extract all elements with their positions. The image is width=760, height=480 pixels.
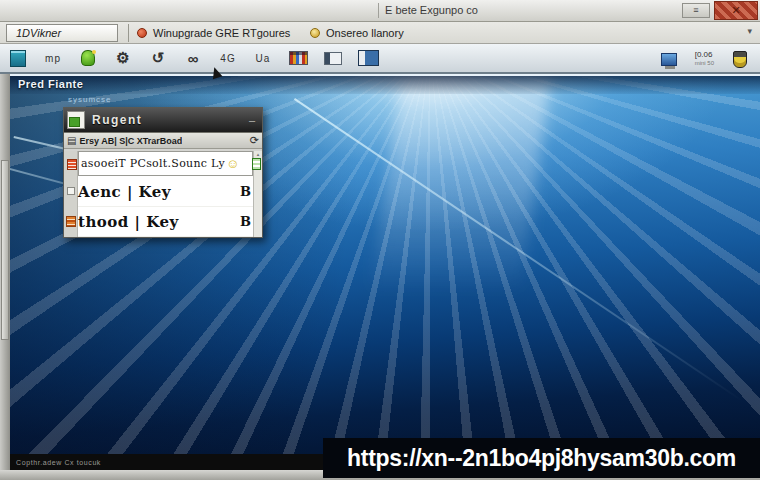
- popup-titlebar[interactable]: Rugent –: [64, 108, 262, 132]
- url-text: https://xn--2n1bo4pj8hysam30b.com: [347, 445, 736, 472]
- minimize-icon[interactable]: –: [249, 114, 255, 126]
- fourg-label: 4G: [220, 53, 235, 64]
- monitor-icon: [10, 50, 26, 67]
- power-button[interactable]: [8, 47, 28, 69]
- view-button[interactable]: ∞: [183, 47, 203, 69]
- list-item-value: B: [240, 214, 253, 229]
- toolbar-right-group: [0.06 mini 50: [659, 44, 750, 74]
- user-button[interactable]: [78, 47, 98, 69]
- desktop-title: Pred Fiante: [18, 78, 83, 90]
- list-item-label: Aenc | Key: [78, 183, 171, 201]
- mp-button[interactable]: mp: [43, 47, 63, 69]
- window-menu-button[interactable]: ≡: [682, 3, 710, 18]
- counter-sublabel: mini 50: [695, 59, 714, 67]
- wallpaper-beam: [359, 76, 551, 376]
- window-title: E bete Exgunpo co: [385, 4, 478, 16]
- shield-icon: [733, 51, 747, 68]
- counter-label: [0.06: [695, 51, 714, 59]
- ua-button[interactable]: Ua: [253, 47, 273, 69]
- vm-status-icon: [137, 28, 147, 38]
- window-titlebar: E bete Exgunpo co ≡ ✕: [0, 0, 760, 22]
- toolbar: mp ⚙ ↺ ∞ 4G Ua [0.06 mini 50: [0, 44, 760, 74]
- left-scrollbar[interactable]: [0, 74, 10, 480]
- checkbox-icon[interactable]: [67, 187, 75, 195]
- display-button[interactable]: [323, 47, 343, 69]
- loop-icon: ↺: [152, 49, 165, 67]
- gear-icon: ⚙: [116, 49, 129, 67]
- popup-title: Rugent: [92, 113, 142, 127]
- network-button[interactable]: 4G: [218, 47, 238, 69]
- counter-readout: [0.06 mini 50: [695, 51, 714, 67]
- popup-addressbar[interactable]: ▤ Ersy AB| S|C XTrarBoad ⟳: [64, 132, 262, 149]
- keyboard-grid-icon: [289, 51, 308, 65]
- binoculars-icon: ∞: [188, 50, 199, 67]
- stack-icon: [67, 159, 77, 170]
- refresh-button[interactable]: ↺: [148, 47, 168, 69]
- keyboard-button[interactable]: [288, 47, 308, 69]
- snapshot-button[interactable]: [730, 48, 750, 70]
- popup-window[interactable]: Rugent – ▤ Ersy AB| S|C XTrarBoad ⟳ ▴ as…: [63, 107, 263, 238]
- list-item[interactable]: thood | Key B: [78, 207, 253, 237]
- tab-overflow-button[interactable]: ▾: [747, 26, 752, 36]
- console-button[interactable]: [659, 48, 679, 70]
- screen-icon: [324, 52, 342, 65]
- user-icon: [81, 50, 95, 66]
- ua-label: Ua: [256, 53, 271, 64]
- list-item[interactable]: asooeiT PCsolt.Sounc Ly ☺: [78, 151, 253, 176]
- smiley-icon: ☺: [226, 156, 239, 171]
- key-icon: [66, 216, 76, 227]
- tab-divider: [128, 24, 129, 42]
- tab-bar: 1DVikner Winupgrade GRE RTgoures Onsereo…: [0, 22, 760, 44]
- list-item-value: B: [240, 184, 253, 199]
- tab-viewer[interactable]: 1DVikner: [6, 24, 118, 42]
- desktop-header-strip: [10, 76, 760, 94]
- grid-icon: ▤: [67, 135, 76, 146]
- titlebar-divider: [378, 3, 379, 18]
- fullscreen-button[interactable]: [358, 47, 379, 69]
- settings-button[interactable]: ⚙: [113, 47, 133, 69]
- scrollbar-thumb[interactable]: [1, 160, 9, 340]
- tab-library[interactable]: Onsereo llanory: [326, 27, 404, 39]
- url-watermark-bar: https://xn--2n1bo4pj8hysam30b.com: [323, 438, 760, 478]
- mp-label: mp: [45, 53, 61, 64]
- app-window: E bete Exgunpo co ≡ ✕ 1DVikner Winupgrad…: [0, 0, 760, 480]
- list-item[interactable]: Aenc | Key B: [78, 177, 253, 207]
- close-button[interactable]: ✕: [714, 1, 758, 20]
- desktop-subtitle: sysumcse: [68, 95, 112, 104]
- stamp-icon: [252, 158, 261, 170]
- computer-icon: [661, 53, 677, 66]
- refresh-icon[interactable]: ⟳: [250, 134, 259, 147]
- addressbar-text: Ersy AB| S|C XTrarBoad: [79, 136, 182, 146]
- list-item-label: thood | Key: [78, 213, 179, 231]
- popup-list: ▴ asooeiT PCsolt.Sounc Ly ☺ Aenc | Key B…: [64, 151, 262, 237]
- document-folder-icon: [67, 111, 85, 129]
- panel-icon: [358, 50, 379, 66]
- tab-vm[interactable]: Winupgrade GRE RTgoures: [153, 27, 290, 39]
- library-icon: [310, 28, 320, 38]
- list-item-label: asooeiT PCsolt.Sounc Ly: [81, 157, 225, 170]
